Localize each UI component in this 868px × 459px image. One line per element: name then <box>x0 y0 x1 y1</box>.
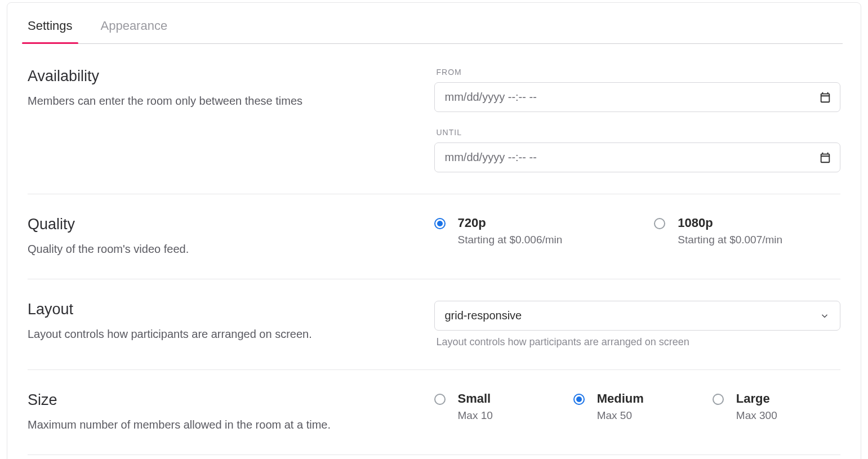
section-layout: Layout Layout controls how participants … <box>28 279 840 370</box>
layout-title: Layout <box>28 301 412 318</box>
radio-icon <box>713 394 724 405</box>
size-option-large[interactable]: Large Max 300 <box>713 391 840 422</box>
quality-option-label: 1080p <box>678 216 782 230</box>
quality-desc: Quality of the room's video feed. <box>28 241 412 257</box>
tab-settings[interactable]: Settings <box>25 19 75 43</box>
tab-appearance[interactable]: Appearance <box>99 19 170 43</box>
size-desc: Maximum number of members allowed in the… <box>28 417 412 433</box>
quality-option-sub: Starting at $0.006/min <box>458 234 563 246</box>
section-record: Record on Start No Yes <box>28 455 840 459</box>
radio-icon <box>434 218 446 229</box>
size-title: Size <box>28 391 412 409</box>
availability-desc: Members can enter the room only between … <box>28 93 412 109</box>
availability-title: Availability <box>28 68 412 85</box>
quality-option-720p[interactable]: 720p Starting at $0.006/min <box>434 216 621 246</box>
size-option-label: Large <box>736 391 777 406</box>
from-input[interactable] <box>434 82 841 112</box>
quality-option-1080p[interactable]: 1080p Starting at $0.007/min <box>654 216 840 246</box>
from-label: FROM <box>437 68 841 77</box>
size-option-label: Medium <box>597 391 644 406</box>
radio-icon <box>434 394 446 405</box>
size-option-sub: Max 300 <box>736 409 777 422</box>
quality-title: Quality <box>28 216 412 233</box>
layout-help: Layout controls how participants are arr… <box>437 336 841 348</box>
section-size: Size Maximum number of members allowed i… <box>28 370 840 455</box>
layout-desc: Layout controls how participants are arr… <box>28 326 412 342</box>
quality-option-sub: Starting at $0.007/min <box>678 234 782 246</box>
chevron-down-icon <box>820 311 830 321</box>
settings-panel: Settings Appearance Availability Members… <box>7 2 861 459</box>
size-option-medium[interactable]: Medium Max 50 <box>573 391 701 422</box>
radio-icon <box>573 394 585 405</box>
section-quality: Quality Quality of the room's video feed… <box>28 194 840 279</box>
size-option-sub: Max 50 <box>597 409 644 422</box>
tabs: Settings Appearance <box>25 3 843 44</box>
quality-option-label: 720p <box>458 216 563 230</box>
section-availability: Availability Members can enter the room … <box>28 44 840 194</box>
until-input[interactable] <box>434 142 841 172</box>
radio-icon <box>654 218 665 229</box>
size-option-label: Small <box>458 391 493 406</box>
size-option-small[interactable]: Small Max 10 <box>434 391 562 422</box>
layout-select[interactable]: grid-responsive <box>434 301 841 331</box>
size-option-sub: Max 10 <box>458 409 493 422</box>
until-label: UNTIL <box>437 128 841 137</box>
layout-select-value: grid-responsive <box>445 309 522 322</box>
